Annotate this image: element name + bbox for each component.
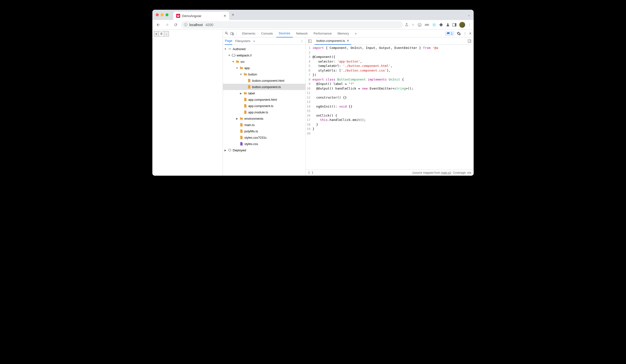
tree-environments[interactable]: ▶ environments <box>223 115 306 122</box>
show-debugger-icon[interactable] <box>467 39 472 43</box>
increment-button[interactable]: + <box>154 31 159 36</box>
reload-button[interactable] <box>172 21 179 28</box>
decrement-button[interactable]: - <box>164 31 169 36</box>
share-icon[interactable] <box>405 23 409 27</box>
counter-widget: + 0 - <box>154 31 169 36</box>
svg-point-2 <box>420 24 420 25</box>
disclosure-triangle-icon[interactable]: ▶ <box>239 92 242 95</box>
tree-file-polyfills[interactable]: polyfills.ts <box>223 128 306 134</box>
navigator-menu-icon[interactable]: ⋮ <box>300 39 304 43</box>
devtools-panel: Elements Console Sources Network Perform… <box>223 30 474 176</box>
tab-performance[interactable]: Performance <box>311 30 334 37</box>
bookmark-icon[interactable]: ☆ <box>412 23 415 27</box>
subtab-overflow-icon[interactable]: » <box>253 37 255 45</box>
folder-icon <box>243 72 247 76</box>
tabs-dropdown-icon[interactable]: ⌄ <box>468 13 470 17</box>
settings-icon[interactable] <box>457 31 461 36</box>
tab-elements[interactable]: Elements <box>240 30 258 37</box>
tree-label: app <box>244 66 250 70</box>
tree-label: styles.css <box>244 142 258 146</box>
tree-file-button-html[interactable]: button.component.html <box>223 77 306 84</box>
editor-tab[interactable]: button.component.ts ✕ <box>314 37 351 45</box>
back-button[interactable] <box>155 21 162 28</box>
incognito-icon[interactable] <box>417 23 422 27</box>
disclosure-triangle-icon[interactable]: ▼ <box>224 48 227 50</box>
tree-authored[interactable]: ▼ Authored <box>223 46 306 52</box>
browser-tab[interactable]: DemoAngular ✕ <box>173 12 229 20</box>
tree-label: Deployed <box>233 148 246 152</box>
disclosure-triangle-icon[interactable]: ▶ <box>224 149 227 152</box>
tree-label-folder[interactable]: ▶ label <box>223 90 306 96</box>
disclosure-triangle-icon[interactable]: ▼ <box>235 67 238 69</box>
tree-label: polyfills.ts <box>244 129 258 133</box>
forward-button[interactable] <box>163 21 170 28</box>
svg-point-1 <box>419 24 419 25</box>
disclosure-triangle-icon[interactable]: ▼ <box>228 54 231 57</box>
disclosure-triangle-icon[interactable]: ▶ <box>235 117 238 120</box>
tree-file-styles[interactable]: styles.css <box>223 141 306 147</box>
tab-strip: DemoAngular ✕ + ⌄ <box>152 10 474 20</box>
tab-sources[interactable]: Sources <box>276 30 293 37</box>
tabs-overflow-icon[interactable]: » <box>352 30 359 37</box>
angular-icon <box>176 14 180 18</box>
disclosure-triangle-icon[interactable]: ▼ <box>239 73 242 76</box>
tree-deployed[interactable]: ▶ Deployed <box>223 147 306 153</box>
cube-icon <box>228 148 232 152</box>
glasses-icon[interactable] <box>425 23 429 26</box>
inspect-element-icon[interactable] <box>225 32 229 36</box>
tree-file-button-ts[interactable]: button.component.ts <box>223 84 306 90</box>
extension-icon[interactable] <box>439 23 443 27</box>
file-icon <box>247 79 251 82</box>
tree-label: main.ts <box>244 123 255 127</box>
devtools-tab-bar: Elements Console Sources Network Perform… <box>223 30 474 37</box>
chrome-menu-icon[interactable]: ⋮ <box>468 23 471 27</box>
file-icon <box>243 98 247 102</box>
subtab-filesystem[interactable]: Filesystem <box>235 37 250 45</box>
profile-avatar[interactable] <box>459 22 465 28</box>
editor-pane: button.component.ts ✕ 123456789101112131… <box>306 37 474 176</box>
close-window-button[interactable] <box>156 13 159 16</box>
issues-badge[interactable]: 1 <box>445 31 454 36</box>
code-editor[interactable]: 1234567891011121314151617181920 import {… <box>306 45 474 169</box>
tree-webpack[interactable]: ▼ webpack:// <box>223 52 306 58</box>
minimize-window-button[interactable] <box>161 13 163 16</box>
svg-point-4 <box>427 24 429 26</box>
tree-file-styles-q[interactable]: styles.css?231c <box>223 134 306 141</box>
show-navigator-icon[interactable] <box>307 39 313 43</box>
address-bar[interactable]: ⓘ localhost:4200 <box>181 21 403 29</box>
close-file-icon[interactable]: ✕ <box>347 39 349 42</box>
close-devtools-icon[interactable]: ✕ <box>469 32 472 35</box>
react-devtools-icon[interactable] <box>432 23 436 27</box>
tree-label: button.component.ts <box>252 85 281 89</box>
disclosure-triangle-icon[interactable]: ▼ <box>232 60 235 63</box>
file-tree: ▼ Authored ▼ webpack:// ▼ src <box>223 45 306 176</box>
code-content: import { Component, OnInit, Input, Outpu… <box>313 45 438 169</box>
tab-network[interactable]: Network <box>294 30 310 37</box>
labs-icon[interactable] <box>446 23 450 27</box>
maximize-window-button[interactable] <box>165 13 168 16</box>
pretty-print-icon[interactable]: { } <box>308 171 313 175</box>
tree-src[interactable]: ▼ src <box>223 58 306 65</box>
editor-tab-label: button.component.ts <box>316 39 345 42</box>
devtools-menu-icon[interactable]: ⋮ <box>464 32 467 35</box>
new-tab-button[interactable]: + <box>232 12 235 18</box>
side-panel-icon[interactable] <box>452 23 456 27</box>
device-toolbar-icon[interactable] <box>230 32 234 36</box>
tree-label: app.component.html <box>248 98 277 102</box>
tree-label: environments <box>244 117 263 120</box>
tree-file-app-module[interactable]: app.module.ts <box>223 109 306 115</box>
tab-console[interactable]: Console <box>259 30 275 37</box>
tree-file-app-html[interactable]: app.component.html <box>223 96 306 103</box>
tree-button-folder[interactable]: ▼ button <box>223 71 306 77</box>
site-info-icon[interactable]: ⓘ <box>184 23 187 27</box>
folder-icon <box>239 66 243 70</box>
close-tab-button[interactable]: ✕ <box>223 14 226 18</box>
folder-icon <box>239 116 243 120</box>
source-map-link[interactable]: main.js <box>441 171 450 175</box>
tab-memory[interactable]: Memory <box>335 30 352 37</box>
tree-app[interactable]: ▼ app <box>223 65 306 71</box>
tree-file-app-ts[interactable]: app.component.ts <box>223 103 306 109</box>
tree-file-main[interactable]: main.ts <box>223 122 306 128</box>
subtab-page[interactable]: Page <box>225 37 232 45</box>
tree-label: src <box>240 60 245 64</box>
